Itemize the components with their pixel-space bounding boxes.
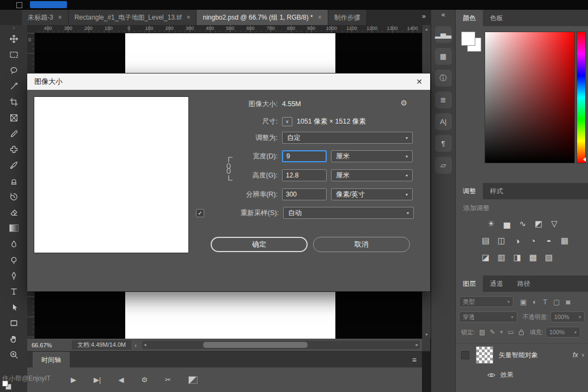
resample-checkbox[interactable]: ✓ [196, 209, 204, 217]
eyedropper-tool[interactable] [8, 127, 20, 139]
channel-mixer-icon[interactable]: ◓ [543, 235, 555, 247]
paragraph-icon[interactable]: ¶ [435, 135, 452, 152]
tab-close-icon[interactable]: × [58, 14, 62, 21]
smart-filter-icon[interactable]: ◙ [566, 298, 570, 306]
fx-collapse-icon[interactable]: ∨ [581, 352, 585, 358]
move-tool[interactable] [8, 33, 20, 45]
eraser-tool[interactable] [8, 206, 20, 218]
hand-tool[interactable] [8, 333, 20, 345]
settings-gear-icon[interactable]: ⚙ [141, 376, 148, 384]
layer-row[interactable]: 矢量智能对象 fx ∨ [456, 343, 588, 366]
audio-icon[interactable]: ◀ [118, 376, 124, 384]
image-preview[interactable] [34, 96, 189, 253]
layer-filter-type-select[interactable]: 类型▾ [459, 296, 513, 307]
document-tab-0[interactable]: 未标题-3× [22, 10, 69, 25]
shape-filter-icon[interactable]: ▢ [553, 298, 560, 306]
resolution-input[interactable] [282, 188, 327, 200]
fit-to-select[interactable]: 自定▾ [282, 132, 413, 144]
brightness-contrast-icon[interactable]: ☀ [485, 218, 497, 230]
height-input[interactable] [282, 169, 327, 181]
tab-overflow-button[interactable]: » [422, 12, 426, 20]
zoom-tool[interactable] [8, 348, 20, 360]
document-tab-2[interactable]: ningbo2.psd @ 66.7% (组 1, RGB/8) *× [197, 10, 328, 25]
tab-timeline[interactable]: 时间轴 [33, 352, 70, 368]
crop-tool[interactable] [8, 96, 20, 108]
info-icon[interactable]: ⓘ [435, 70, 452, 87]
width-unit-select[interactable]: 厘米▾ [331, 150, 413, 162]
cube-icon[interactable]: ▱ [435, 157, 452, 174]
history-brush-tool[interactable] [8, 191, 20, 203]
scroll-right-arrow[interactable]: ▸ [415, 342, 418, 347]
lasso-tool[interactable] [8, 64, 20, 76]
path-selection-tool[interactable] [8, 301, 20, 313]
layer-thumbnail[interactable] [476, 346, 493, 364]
tab-图层[interactable]: 图层 [456, 275, 483, 292]
type-tool[interactable] [8, 285, 20, 297]
gradient-tool[interactable] [8, 222, 20, 234]
mini-color-swatches[interactable] [2, 381, 13, 390]
horizontal-ruler[interactable]: 4003002001000100200300400500600700800900… [27, 25, 422, 33]
dialog-title-bar[interactable]: 图像大小 ✕ [27, 74, 430, 90]
play-icon[interactable]: ▶ [71, 376, 76, 384]
character-icon[interactable]: A| [435, 113, 452, 130]
height-unit-select[interactable]: 厘米▾ [331, 169, 413, 181]
color-lookup-icon[interactable]: ▦ [559, 235, 571, 247]
opacity-select[interactable]: 100%▾ [550, 311, 585, 322]
gradient-map-icon[interactable]: ▩ [527, 252, 539, 264]
photo-filter-icon[interactable]: ◔ [527, 235, 539, 247]
panel-menu-icon[interactable]: ≡ [412, 356, 416, 364]
tab-close-icon[interactable]: × [318, 14, 322, 21]
horizontal-scrollbar[interactable]: ◂ ▸ [142, 341, 420, 349]
dimensions-unit-button[interactable]: ∨ [282, 117, 292, 126]
vibrance-icon[interactable]: ▽ [548, 218, 560, 230]
hue-saturation-icon[interactable]: ▤ [480, 235, 492, 247]
tab-通道[interactable]: 通道 [483, 275, 510, 292]
blend-mode-select[interactable]: 穿透▾ [459, 311, 517, 322]
pen-tool[interactable] [8, 270, 20, 281]
resample-select[interactable]: 自动▾ [283, 207, 414, 219]
resolution-unit-select[interactable]: 像素/英寸▾ [331, 188, 413, 200]
fx-badge[interactable]: fx [573, 351, 578, 359]
histogram-icon[interactable]: ▂▅▃ [435, 26, 452, 43]
tab-路径[interactable]: 路径 [510, 275, 537, 292]
clone-stamp-tool[interactable] [8, 175, 20, 187]
properties-icon[interactable]: ≣ [435, 91, 452, 108]
cancel-button[interactable]: 取消 [313, 237, 410, 252]
tab-色板[interactable]: 色板 [483, 10, 510, 26]
tab-颜色[interactable]: 颜色 [456, 10, 483, 26]
foreground-color-swatch[interactable] [461, 32, 475, 46]
document-tab-3[interactable]: 制作步骤 [328, 10, 367, 25]
spot-healing-brush-tool[interactable] [8, 143, 20, 155]
tab-close-icon[interactable]: × [186, 14, 190, 21]
blur-tool[interactable] [8, 238, 20, 250]
rectangular-marquee-tool[interactable] [8, 48, 20, 60]
dodge-tool[interactable] [8, 254, 20, 266]
toolbar-grip[interactable]: ≡ [0, 25, 27, 30]
selected-menu-item[interactable] [30, 1, 67, 8]
threshold-icon[interactable]: ◨ [511, 252, 523, 264]
ok-button[interactable]: 确定 [211, 237, 308, 252]
scroll-up-arrow[interactable]: ▲ [422, 27, 431, 31]
transition-icon[interactable] [188, 376, 198, 384]
curves-icon[interactable]: ∿ [517, 218, 529, 230]
black-white-icon[interactable]: ◑ [511, 235, 523, 247]
lock-all-icon[interactable] [518, 329, 524, 335]
width-input[interactable] [282, 150, 327, 162]
doc-info-menu-arrow[interactable]: › [134, 342, 137, 348]
dialog-close-button[interactable]: ✕ [416, 77, 422, 86]
zoom-level[interactable]: 66.67% [27, 342, 65, 348]
selective-color-icon[interactable]: ▧ [543, 252, 555, 264]
layer-effects-row[interactable]: 效果 [456, 370, 588, 379]
eye-icon[interactable] [487, 372, 495, 378]
lock-position-icon[interactable]: + [499, 328, 503, 336]
rectangle-tool[interactable] [8, 317, 20, 329]
step-forward-icon[interactable]: ▶| [94, 376, 101, 384]
fill-select[interactable]: 100%▾ [546, 327, 580, 338]
color-gradient-picker[interactable] [485, 32, 575, 163]
scrollbar-thumb[interactable] [203, 342, 308, 348]
lock-transparency-icon[interactable]: ▨ [479, 328, 485, 336]
scroll-down-arrow[interactable]: ▼ [422, 333, 431, 336]
type-filter-icon[interactable]: T [543, 298, 547, 306]
knobs-icon[interactable]: ▦ [435, 48, 452, 65]
pixel-filter-icon[interactable]: ▣ [520, 298, 526, 306]
